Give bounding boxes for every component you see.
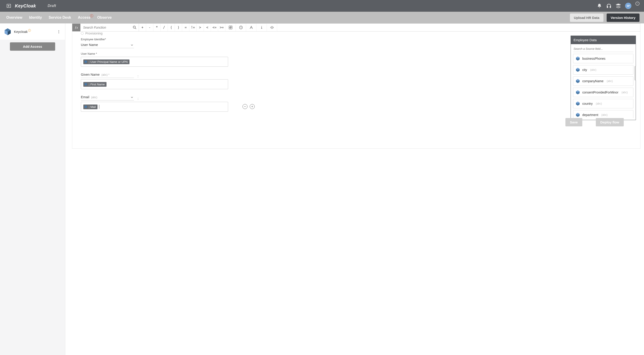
svg-point-12	[271, 26, 273, 28]
deploy-flow-button[interactable]: Deploy flow	[596, 118, 624, 126]
source-icon	[84, 60, 87, 63]
op-gte[interactable]: >=	[218, 24, 226, 31]
token-label: Mail	[90, 105, 96, 108]
email-select-label: Email	[81, 95, 90, 99]
add-access-button[interactable]: Add Access	[10, 42, 55, 51]
bug-icon[interactable]	[267, 24, 277, 31]
source-field-item[interactable]: companyName (abc)	[573, 76, 634, 86]
field-type: (abc)	[590, 68, 596, 72]
source-icon	[576, 68, 580, 72]
field-name: consentProvidedForMinor	[582, 90, 618, 94]
employee-data-search[interactable]	[573, 46, 634, 52]
headphones-icon[interactable]	[606, 3, 612, 8]
user-name-label: User Name *	[81, 52, 632, 56]
given-name-input[interactable]: | First Name	[81, 79, 228, 89]
employee-data-panel: Employee Data businessPhones city (abc) …	[570, 36, 636, 120]
source-icon	[576, 79, 580, 83]
access-form-card: Provisioning Employee Identifier* User N…	[72, 32, 640, 149]
svg-marker-14	[84, 83, 87, 86]
source-icon	[576, 90, 580, 94]
main-content: ƒx + - * / ( ) = != > < <= >=	[65, 24, 644, 355]
employee-identifier-label: Employee Identifier*	[81, 38, 632, 41]
info-icon[interactable]	[256, 24, 267, 31]
op-lte[interactable]: <=	[211, 24, 218, 31]
upload-hr-data-button[interactable]: Upload HR Data	[570, 14, 604, 22]
source-field-item[interactable]: city (abc)	[573, 65, 634, 74]
tab-observe[interactable]: Observe	[97, 12, 112, 23]
given-name-select[interactable]: Given Name (abc) *	[81, 72, 134, 78]
email-input[interactable]: | Mail	[81, 102, 228, 112]
field-name: city	[582, 68, 587, 72]
svg-point-7	[58, 32, 59, 33]
sidebar: Keycloak ! Add Access	[0, 24, 65, 355]
tab-overview[interactable]: Overview	[6, 12, 22, 23]
radio-icon	[81, 32, 84, 35]
tab-service-desk[interactable]: Service Desk	[49, 12, 71, 23]
source-field-item[interactable]: country (abc)	[573, 99, 634, 108]
search-icon	[132, 25, 137, 30]
field-name: companyName	[582, 79, 604, 83]
op-gt[interactable]: >	[196, 24, 204, 31]
keycloak-logo-icon	[4, 28, 12, 36]
op-lt[interactable]: <	[204, 24, 211, 31]
source-field-item[interactable]: consentProvidedForMinor (abc)	[573, 88, 634, 97]
source-field-item[interactable]: businessPhones	[573, 54, 634, 63]
token-label: User Principal Name or UPN	[90, 60, 128, 64]
save-button[interactable]: Save	[566, 118, 582, 126]
app-title: KeyCloak	[15, 4, 36, 8]
avatar[interactable]: SP	[625, 3, 632, 9]
svg-point-8	[133, 26, 135, 28]
op-plus[interactable]: +	[139, 24, 146, 31]
token-mail[interactable]: | Mail	[83, 104, 98, 109]
svg-point-6	[58, 31, 59, 32]
op-neq[interactable]: !=	[189, 24, 196, 31]
token-label: First Name	[90, 83, 105, 86]
provisioning-label: Provisioning	[85, 32, 102, 35]
user-name-input[interactable]: | User Principal Name or UPN	[81, 57, 228, 67]
sidebar-app-row[interactable]: Keycloak !	[0, 24, 65, 40]
svg-point-5	[58, 30, 59, 31]
text-cursor	[99, 105, 99, 109]
op-eq[interactable]: =	[182, 24, 189, 31]
svg-marker-13	[84, 60, 87, 63]
field-type: (abc)	[596, 102, 602, 105]
text-icon[interactable]	[246, 24, 256, 31]
stack-icon[interactable]	[616, 3, 621, 8]
colon: :	[138, 97, 138, 100]
token-upn[interactable]: | User Principal Name or UPN	[83, 60, 130, 64]
source-icon	[576, 113, 580, 117]
op-lparen[interactable]: (	[168, 24, 175, 31]
field-type: (abc)	[602, 113, 608, 116]
source-icon	[84, 83, 87, 86]
function-search-input[interactable]	[80, 24, 139, 31]
grid-icon[interactable]	[226, 24, 236, 31]
employee-identifier-select[interactable]: User Name	[81, 42, 134, 48]
source-field-item[interactable]: department (abc)	[573, 110, 634, 118]
version-history-button[interactable]: Version History	[606, 14, 640, 22]
source-icon	[84, 105, 87, 108]
op-minus[interactable]: -	[146, 24, 153, 31]
clock-icon[interactable]	[236, 24, 246, 31]
svg-point-11	[261, 26, 262, 26]
add-field-button[interactable]	[250, 104, 255, 109]
email-select[interactable]: Email (abc)	[81, 94, 134, 100]
more-icon[interactable]	[56, 29, 62, 34]
token-first-name[interactable]: | First Name	[83, 82, 106, 87]
provisioning-radio-row[interactable]: Provisioning	[81, 32, 632, 35]
tab-access[interactable]: Access !	[78, 12, 90, 23]
alert-icon[interactable]: !	[636, 2, 640, 6]
op-mult[interactable]: *	[153, 24, 160, 31]
back-icon[interactable]	[6, 4, 11, 8]
op-rparen[interactable]: )	[175, 24, 182, 31]
source-icon	[576, 56, 580, 61]
tab-alert-badge: !	[90, 14, 93, 17]
scrollbar-thumb[interactable]	[634, 66, 636, 80]
field-name: businessPhones	[582, 57, 606, 60]
op-div[interactable]: /	[160, 24, 168, 31]
remove-field-button[interactable]	[242, 104, 248, 109]
tab-identity[interactable]: Identity	[29, 12, 42, 23]
bell-icon[interactable]	[597, 3, 602, 8]
function-search[interactable]	[80, 24, 139, 31]
employee-data-title: Employee Data	[571, 36, 636, 44]
field-name: country	[582, 102, 593, 106]
